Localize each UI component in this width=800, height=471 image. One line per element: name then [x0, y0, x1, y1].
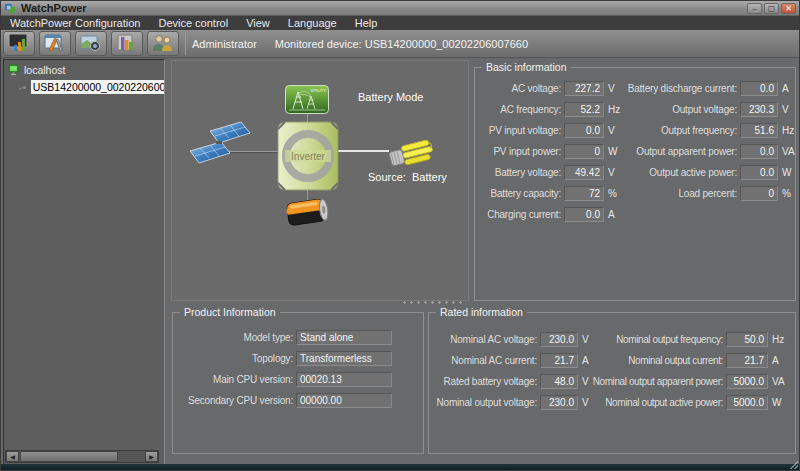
monitor-chart-icon — [7, 33, 31, 54]
field-label: Battery discharge current: — [619, 83, 737, 94]
inverter-to-load-line — [337, 150, 389, 152]
field-label: Charging current: — [479, 209, 561, 220]
toolbar: AdministratorMonitored device: USB142000… — [1, 30, 799, 58]
monitored-device-label: Monitored device: — [275, 38, 362, 50]
field-value: 21.7 — [726, 353, 768, 368]
data-log-button[interactable] — [111, 31, 143, 56]
field-label: Secondary CPU version: — [181, 395, 293, 406]
field-label: Nominal output active power: — [583, 397, 723, 408]
field-label: Output voltage: — [619, 104, 737, 115]
menu-watchpower-configuration[interactable]: WatchPower Configuration — [1, 16, 149, 30]
product-information-fields: Model type:Stand aloneTopology:Transform… — [181, 329, 392, 413]
toolbar-status-text: AdministratorMonitored device: USB142000… — [192, 38, 528, 50]
field-row: Output frequency:51.6Hz — [619, 122, 795, 138]
scroll-right-button[interactable]: ▶ — [145, 451, 158, 462]
rated-information-left-column: Nominal AC voltage:230.0VNominal AC curr… — [433, 331, 589, 415]
field-row: Main CPU version:00020.13 — [181, 371, 392, 387]
basic-information-title: Basic information — [482, 61, 571, 73]
field-row: Battery voltage:49.42V — [479, 164, 620, 180]
field-unit: VA — [772, 376, 785, 387]
screenshot-icon — [79, 33, 103, 54]
data-log-icon — [115, 33, 139, 54]
field-value: Stand alone — [296, 330, 392, 345]
menu-language[interactable]: Language — [279, 16, 346, 30]
window-controls: – ▢ ✕ — [747, 3, 796, 14]
monitored-device-value: USB14200000_00202206007660 — [365, 38, 528, 50]
scrollbar-track[interactable] — [19, 451, 145, 462]
field-row: AC frequency:52.2Hz — [479, 101, 620, 117]
mode-label: Battery Mode — [358, 91, 423, 103]
scroll-right-icon: ▶ — [149, 454, 154, 460]
minimize-button[interactable]: – — [747, 3, 762, 14]
field-label: Rated battery voltage: — [433, 376, 537, 387]
field-value: 0.0 — [564, 207, 604, 222]
field-label: Nominal AC current: — [433, 355, 537, 366]
user-management-icon — [151, 33, 175, 54]
basic-information-left-column: AC voltage:227.2VAC frequency:52.2HzPV i… — [479, 80, 620, 227]
tree-horizontal-scrollbar: ◀ ▶ — [5, 450, 159, 463]
basic-information-right-column: Battery discharge current:0.0AOutput vol… — [619, 80, 795, 206]
field-value: 0.0 — [740, 165, 778, 180]
device-tree-panel: localhost USB14200000_00202206007660 ◀ ▶ — [3, 59, 165, 465]
field-row: Nominal output current:21.7A — [583, 352, 785, 368]
field-label: PV input power: — [479, 146, 561, 157]
field-unit: Hz — [772, 334, 784, 345]
tree-item-device[interactable]: USB14200000_00202206007660 — [4, 78, 164, 94]
battery-icon — [285, 197, 331, 229]
splitter-grip[interactable] — [401, 300, 463, 305]
device-settings-icon — [43, 33, 67, 54]
parameter-setting-button[interactable] — [39, 31, 71, 56]
scroll-left-button[interactable]: ◀ — [6, 451, 19, 462]
field-value: 227.2 — [564, 81, 604, 96]
field-value: 21.7 — [540, 353, 578, 368]
menu-bar: WatchPower Configuration Device control … — [1, 16, 799, 30]
field-row: PV input voltage:0.0V — [479, 122, 620, 138]
product-information-panel: Product Information Model type:Stand alo… — [172, 312, 424, 454]
maximize-button[interactable]: ▢ — [764, 3, 779, 14]
field-unit: W — [782, 167, 791, 178]
rated-information-right-column: Nominal output frequency:50.0HzNominal o… — [583, 331, 785, 415]
field-value: 51.6 — [740, 123, 778, 138]
product-information-title: Product Information — [180, 306, 280, 318]
source-label: Source: Battery — [368, 171, 447, 183]
field-value: 0.0 — [564, 123, 604, 138]
field-value: 0.0 — [740, 144, 778, 159]
inverter-icon-label: Inverter — [291, 151, 326, 162]
field-label: Output active power: — [619, 167, 737, 178]
resize-grip[interactable] — [790, 461, 798, 469]
screenshot-button[interactable] — [75, 31, 107, 56]
field-value: 49.42 — [564, 165, 604, 180]
app-icon — [5, 3, 16, 14]
field-row: Output apparent power:0.0VA — [619, 143, 795, 159]
user-management-button[interactable] — [147, 31, 179, 56]
close-button[interactable]: ✕ — [781, 3, 796, 14]
field-label: Nominal output voltage: — [433, 397, 537, 408]
field-value: 0.0 — [740, 81, 778, 96]
field-value: 52.2 — [564, 102, 604, 117]
minimize-icon: – — [752, 4, 756, 13]
field-unit: A — [608, 209, 615, 220]
field-value: 5000.0 — [726, 374, 768, 389]
tree-item-localhost[interactable]: localhost — [4, 60, 164, 78]
field-row: Nominal AC voltage:230.0V — [433, 331, 589, 347]
tree-device-label: USB14200000_00202206007660 — [31, 80, 164, 94]
menu-help[interactable]: Help — [346, 16, 387, 30]
field-value: 72 — [564, 186, 604, 201]
basic-information-panel: Basic information AC voltage:227.2VAC fr… — [474, 67, 796, 301]
monitoring-button[interactable] — [3, 31, 35, 56]
field-value: 50.0 — [726, 332, 768, 347]
field-value: 5000.0 — [726, 395, 768, 410]
utility-icon: UTILITY — [285, 85, 329, 114]
rated-information-title: Rated information — [436, 306, 527, 318]
field-row: Nominal output frequency:50.0Hz — [583, 331, 785, 347]
title-bar: WatchPower – ▢ ✕ — [1, 1, 799, 16]
field-label: AC frequency: — [479, 104, 561, 115]
scrollbar-thumb[interactable] — [20, 451, 118, 462]
menu-device-control[interactable]: Device control — [149, 16, 237, 30]
field-row: Topology:Transformerless — [181, 350, 392, 366]
field-row: Charging current:0.0A — [479, 206, 620, 222]
field-label: Nominal output apparent power: — [583, 376, 723, 387]
field-value: 00020.13 — [296, 372, 392, 387]
field-row: Nominal output voltage:230.0V — [433, 394, 589, 410]
menu-view[interactable]: View — [237, 16, 279, 30]
